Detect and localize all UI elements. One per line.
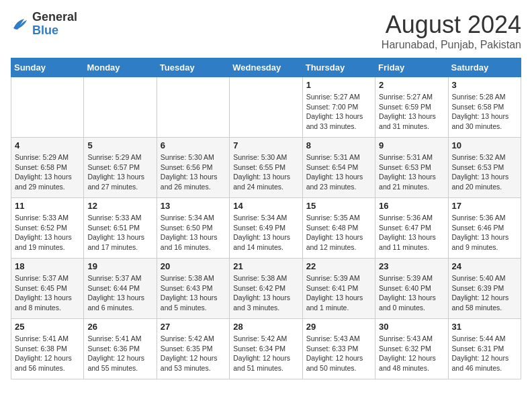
weekday-header-thursday: Thursday	[302, 58, 375, 77]
day-info: Sunrise: 5:34 AM Sunset: 6:49 PM Dayligh…	[233, 213, 298, 253]
logo-bird-icon	[11, 16, 30, 32]
day-info: Sunrise: 5:41 AM Sunset: 6:38 PM Dayligh…	[15, 334, 80, 373]
day-info: Sunrise: 5:31 AM Sunset: 6:54 PM Dayligh…	[306, 152, 371, 192]
page-header: General Blue August 2024 Harunabad, Punj…	[11, 11, 521, 51]
week-row-5: 25Sunrise: 5:41 AM Sunset: 6:38 PM Dayli…	[11, 319, 521, 379]
calendar-cell: 6Sunrise: 5:30 AM Sunset: 6:56 PM Daylig…	[157, 138, 229, 198]
calendar-cell: 15Sunrise: 5:35 AM Sunset: 6:48 PM Dayli…	[302, 198, 375, 259]
day-number: 13	[161, 201, 226, 211]
day-info: Sunrise: 5:40 AM Sunset: 6:39 PM Dayligh…	[452, 273, 517, 313]
week-row-2: 4Sunrise: 5:29 AM Sunset: 6:58 PM Daylig…	[11, 138, 521, 198]
day-number: 19	[87, 261, 152, 271]
calendar-cell: 8Sunrise: 5:31 AM Sunset: 6:54 PM Daylig…	[302, 138, 375, 198]
calendar-cell: 26Sunrise: 5:41 AM Sunset: 6:36 PM Dayli…	[84, 319, 157, 379]
day-info: Sunrise: 5:30 AM Sunset: 6:56 PM Dayligh…	[161, 152, 226, 192]
month-title: August 2024	[382, 11, 521, 39]
calendar-cell: 29Sunrise: 5:43 AM Sunset: 6:33 PM Dayli…	[302, 319, 375, 379]
day-number: 2	[379, 80, 444, 90]
calendar-cell: 14Sunrise: 5:34 AM Sunset: 6:49 PM Dayli…	[230, 198, 302, 259]
location: Harunabad, Punjab, Pakistan	[382, 39, 521, 51]
calendar-cell: 24Sunrise: 5:40 AM Sunset: 6:39 PM Dayli…	[448, 259, 521, 319]
weekday-header-row: SundayMondayTuesdayWednesdayThursdayFrid…	[11, 58, 521, 77]
calendar-cell	[157, 77, 229, 138]
day-number: 17	[452, 201, 517, 211]
logo-text: General Blue	[32, 11, 77, 38]
day-number: 28	[233, 322, 298, 332]
day-number: 10	[452, 140, 517, 150]
calendar-cell: 27Sunrise: 5:42 AM Sunset: 6:35 PM Dayli…	[157, 319, 229, 379]
calendar-cell: 5Sunrise: 5:29 AM Sunset: 6:57 PM Daylig…	[84, 138, 157, 198]
week-row-4: 18Sunrise: 5:37 AM Sunset: 6:45 PM Dayli…	[11, 259, 521, 319]
calendar-cell	[11, 77, 84, 138]
day-info: Sunrise: 5:28 AM Sunset: 6:58 PM Dayligh…	[452, 92, 517, 132]
calendar-cell: 19Sunrise: 5:37 AM Sunset: 6:44 PM Dayli…	[84, 259, 157, 319]
day-number: 6	[161, 140, 226, 150]
calendar-cell: 7Sunrise: 5:30 AM Sunset: 6:55 PM Daylig…	[230, 138, 302, 198]
day-number: 18	[15, 261, 80, 271]
day-number: 3	[452, 80, 517, 90]
day-number: 24	[452, 261, 517, 271]
calendar-cell: 11Sunrise: 5:33 AM Sunset: 6:52 PM Dayli…	[11, 198, 84, 259]
day-number: 22	[306, 261, 371, 271]
day-number: 1	[306, 80, 371, 90]
day-info: Sunrise: 5:39 AM Sunset: 6:40 PM Dayligh…	[379, 273, 444, 313]
day-info: Sunrise: 5:32 AM Sunset: 6:53 PM Dayligh…	[452, 152, 517, 192]
day-info: Sunrise: 5:41 AM Sunset: 6:36 PM Dayligh…	[87, 334, 152, 373]
day-number: 11	[15, 201, 80, 211]
day-number: 23	[379, 261, 444, 271]
day-info: Sunrise: 5:33 AM Sunset: 6:51 PM Dayligh…	[87, 213, 152, 253]
day-number: 20	[161, 261, 226, 271]
day-number: 7	[233, 140, 298, 150]
day-number: 9	[379, 140, 444, 150]
weekday-header-wednesday: Wednesday	[230, 58, 302, 77]
day-number: 8	[306, 140, 371, 150]
weekday-header-saturday: Saturday	[448, 58, 521, 77]
day-info: Sunrise: 5:36 AM Sunset: 6:47 PM Dayligh…	[379, 213, 444, 253]
day-info: Sunrise: 5:37 AM Sunset: 6:45 PM Dayligh…	[15, 273, 80, 313]
day-info: Sunrise: 5:29 AM Sunset: 6:58 PM Dayligh…	[15, 152, 80, 192]
calendar-cell: 3Sunrise: 5:28 AM Sunset: 6:58 PM Daylig…	[448, 77, 521, 138]
weekday-header-friday: Friday	[375, 58, 448, 77]
calendar-cell: 13Sunrise: 5:34 AM Sunset: 6:50 PM Dayli…	[157, 198, 229, 259]
calendar-cell: 28Sunrise: 5:42 AM Sunset: 6:34 PM Dayli…	[230, 319, 302, 379]
day-number: 26	[87, 322, 152, 332]
title-block: August 2024 Harunabad, Punjab, Pakistan	[382, 11, 521, 51]
day-info: Sunrise: 5:42 AM Sunset: 6:35 PM Dayligh…	[161, 334, 226, 373]
day-info: Sunrise: 5:37 AM Sunset: 6:44 PM Dayligh…	[87, 273, 152, 313]
day-number: 31	[452, 322, 517, 332]
calendar-cell: 9Sunrise: 5:31 AM Sunset: 6:53 PM Daylig…	[375, 138, 448, 198]
calendar-cell: 1Sunrise: 5:27 AM Sunset: 7:00 PM Daylig…	[302, 77, 375, 138]
day-info: Sunrise: 5:30 AM Sunset: 6:55 PM Dayligh…	[233, 152, 298, 192]
weekday-header-sunday: Sunday	[11, 58, 84, 77]
day-info: Sunrise: 5:42 AM Sunset: 6:34 PM Dayligh…	[233, 334, 298, 373]
calendar-cell: 17Sunrise: 5:36 AM Sunset: 6:46 PM Dayli…	[448, 198, 521, 259]
day-info: Sunrise: 5:36 AM Sunset: 6:46 PM Dayligh…	[452, 213, 517, 253]
day-info: Sunrise: 5:34 AM Sunset: 6:50 PM Dayligh…	[161, 213, 226, 253]
day-info: Sunrise: 5:38 AM Sunset: 6:43 PM Dayligh…	[161, 273, 226, 313]
day-number: 15	[306, 201, 371, 211]
day-number: 29	[306, 322, 371, 332]
logo: General Blue	[11, 11, 77, 38]
day-number: 5	[87, 140, 152, 150]
weekday-header-monday: Monday	[84, 58, 157, 77]
week-row-1: 1Sunrise: 5:27 AM Sunset: 7:00 PM Daylig…	[11, 77, 521, 138]
calendar-cell: 25Sunrise: 5:41 AM Sunset: 6:38 PM Dayli…	[11, 319, 84, 379]
day-number: 27	[161, 322, 226, 332]
day-info: Sunrise: 5:31 AM Sunset: 6:53 PM Dayligh…	[379, 152, 444, 192]
day-info: Sunrise: 5:39 AM Sunset: 6:41 PM Dayligh…	[306, 273, 371, 313]
calendar-cell: 31Sunrise: 5:44 AM Sunset: 6:31 PM Dayli…	[448, 319, 521, 379]
day-number: 14	[233, 201, 298, 211]
day-info: Sunrise: 5:29 AM Sunset: 6:57 PM Dayligh…	[87, 152, 152, 192]
day-number: 21	[233, 261, 298, 271]
calendar-cell: 12Sunrise: 5:33 AM Sunset: 6:51 PM Dayli…	[84, 198, 157, 259]
calendar-cell: 23Sunrise: 5:39 AM Sunset: 6:40 PM Dayli…	[375, 259, 448, 319]
day-info: Sunrise: 5:35 AM Sunset: 6:48 PM Dayligh…	[306, 213, 371, 253]
day-number: 25	[15, 322, 80, 332]
day-number: 16	[379, 201, 444, 211]
day-number: 12	[87, 201, 152, 211]
day-number: 4	[15, 140, 80, 150]
day-info: Sunrise: 5:43 AM Sunset: 6:32 PM Dayligh…	[379, 334, 444, 373]
calendar-cell: 4Sunrise: 5:29 AM Sunset: 6:58 PM Daylig…	[11, 138, 84, 198]
week-row-3: 11Sunrise: 5:33 AM Sunset: 6:52 PM Dayli…	[11, 198, 521, 259]
calendar-cell	[84, 77, 157, 138]
